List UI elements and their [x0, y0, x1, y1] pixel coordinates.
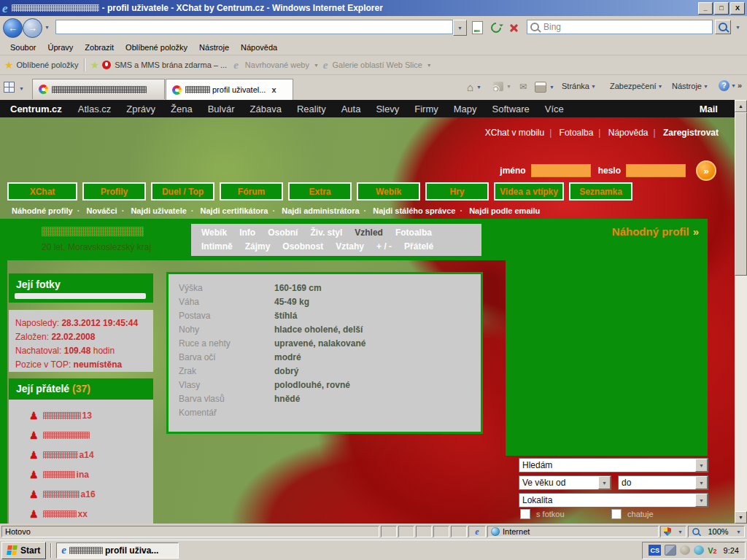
tab-fotoalba[interactable]: Fotoalba: [395, 228, 432, 238]
volume-icon[interactable]: [680, 545, 690, 555]
portal-link[interactable]: Reality: [297, 104, 326, 114]
subnav-link[interactable]: Najdi podle emailu: [469, 206, 540, 215]
subnav-link[interactable]: Nováčci: [86, 206, 117, 215]
refresh-button[interactable]: [489, 19, 503, 36]
subnav-link[interactable]: Najdi certifikátora: [201, 206, 268, 215]
portal-mail-link[interactable]: Mail: [700, 104, 718, 114]
chevron-down-icon[interactable]: ▼: [314, 63, 319, 68]
start-button[interactable]: Start: [1, 542, 46, 559]
locality-select[interactable]: Lokalita ▼: [519, 493, 708, 508]
portal-link[interactable]: Firmy: [414, 104, 438, 114]
menu-napoveda[interactable]: Nápověda: [235, 42, 283, 53]
seeking-select[interactable]: Hledám ▼: [519, 458, 708, 472]
link-xchat-v-mobilu[interactable]: XChat v mobilu: [485, 128, 544, 138]
scroll-down-button[interactable]: ▼: [735, 511, 747, 524]
chevron-down-icon[interactable]: ▼: [427, 63, 432, 68]
nav-videa-a-vtipky[interactable]: Videa a vtípky: [494, 182, 564, 201]
tab-plus-minus[interactable]: + / -: [376, 241, 392, 252]
scrollbar-thumb[interactable]: [735, 112, 747, 276]
address-dropdown-button[interactable]: ▼: [453, 20, 467, 36]
nav-webik[interactable]: Webík: [357, 182, 420, 201]
tab-ziv-styl[interactable]: Živ. styl: [310, 228, 342, 238]
portal-link[interactable]: Více: [545, 104, 564, 114]
nav-hry[interactable]: Hry: [425, 182, 489, 201]
tab-zajmy[interactable]: Zájmy: [245, 241, 271, 252]
tab-vztahy[interactable]: Vztahy: [336, 241, 364, 252]
random-profile-link[interactable]: Náhodný profil»: [612, 225, 699, 238]
read-mail-button[interactable]: ✉: [519, 82, 527, 92]
age-to-select[interactable]: do ▼: [618, 475, 708, 490]
portal-link[interactable]: Slevy: [376, 104, 399, 114]
age-from-select[interactable]: Ve věku od ▼: [519, 475, 611, 490]
home-button[interactable]: ⌂▼: [467, 81, 481, 93]
password-input[interactable]: [626, 164, 686, 177]
menu-oblibene[interactable]: Oblíbené položky: [120, 42, 193, 53]
portal-link[interactable]: Žena: [171, 104, 193, 114]
search-options-dropdown[interactable]: ▼: [735, 25, 740, 30]
portal-link[interactable]: Zprávy: [126, 104, 155, 114]
compatibility-view-button[interactable]: [470, 19, 485, 36]
nav-extra[interactable]: Extra: [288, 182, 352, 201]
nav-xchat[interactable]: XChat: [7, 182, 77, 201]
quick-tabs-button[interactable]: [4, 82, 15, 93]
friend-item[interactable]: ♟xx: [29, 504, 153, 524]
friend-item[interactable]: ♟a16: [29, 484, 153, 504]
nav-seznamka[interactable]: Seznamka: [569, 182, 632, 201]
tab-vzhled-active[interactable]: Vzhled: [355, 228, 383, 238]
minimize-button[interactable]: _: [698, 2, 713, 15]
language-indicator[interactable]: CS: [649, 545, 661, 556]
menu-upravy[interactable]: Úpravy: [42, 42, 79, 53]
tab-osobnost[interactable]: Osobnost: [282, 241, 323, 252]
favorites-link-sms[interactable]: SMS a MMS brána zdarma – ...: [115, 61, 227, 69]
tab-osobni[interactable]: Osobní: [268, 228, 298, 238]
recent-pages-dropdown[interactable]: ▼: [44, 25, 50, 30]
tab-info[interactable]: Info: [239, 228, 255, 238]
stop-button[interactable]: [507, 19, 520, 36]
nav-profily[interactable]: Profily: [82, 182, 146, 201]
feeds-button[interactable]: ▼: [493, 82, 511, 91]
vertical-scrollbar[interactable]: ▲ ▼: [735, 100, 747, 524]
friend-item[interactable]: ♟a14: [29, 445, 153, 464]
portal-link[interactable]: Atlas.cz: [78, 104, 112, 114]
search-box[interactable]: Bing: [527, 20, 713, 34]
portal-link[interactable]: Mapy: [454, 104, 477, 114]
subnav-link[interactable]: Najdi stálého správce: [373, 206, 455, 215]
nav-forum[interactable]: Fórum: [220, 182, 283, 201]
forward-button[interactable]: →: [23, 18, 42, 38]
link-napoveda[interactable]: Nápověda: [608, 128, 649, 138]
login-submit-button[interactable]: »: [696, 160, 716, 181]
antivirus-tray-icon[interactable]: V2: [708, 546, 716, 555]
scroll-up-button[interactable]: ▲: [735, 100, 747, 112]
suggested-sites-link[interactable]: Navrhované weby: [245, 61, 309, 69]
friend-item[interactable]: ♟ina: [29, 464, 153, 484]
portal-link[interactable]: Auta: [341, 104, 361, 114]
taskbar-task-button[interactable]: e profil uživa...: [56, 542, 179, 559]
portal-brand[interactable]: Centrum.cz: [10, 104, 62, 114]
web-slice-link[interactable]: Galerie oblastí Web Slice: [333, 61, 422, 69]
menu-nastroje[interactable]: Nástroje: [193, 42, 235, 53]
portal-link[interactable]: Software: [492, 104, 530, 114]
menu-soubor[interactable]: Soubor: [4, 42, 42, 53]
back-button[interactable]: ←: [3, 18, 23, 38]
help-button[interactable]: ?▼: [719, 80, 736, 91]
restore-button[interactable]: □: [714, 2, 729, 15]
subnav-link[interactable]: Náhodné profily: [12, 206, 73, 215]
subnav-link[interactable]: Najdi administrátora: [282, 206, 359, 215]
subnav-link[interactable]: Najdi uživatele: [131, 206, 186, 215]
with-photo-checkbox[interactable]: [520, 509, 530, 519]
friend-item[interactable]: ♟: [29, 425, 153, 445]
tab-webik[interactable]: Webík: [201, 228, 227, 238]
nav-duel-top[interactable]: Duel / Top: [151, 182, 214, 201]
app-tray-icon[interactable]: [694, 545, 704, 555]
friend-item[interactable]: ♟13: [29, 405, 153, 425]
tools-menu-button[interactable]: Nástroje▼: [672, 82, 708, 90]
favorites-button[interactable]: Oblíbené položky: [17, 61, 79, 69]
tab-pratele[interactable]: Přátelé: [404, 241, 433, 252]
username-input[interactable]: [531, 164, 591, 177]
menu-zobrazit[interactable]: Zobrazit: [79, 42, 120, 53]
search-go-button[interactable]: [715, 20, 731, 34]
address-input[interactable]: [55, 20, 453, 34]
link-zaregistrovat[interactable]: Zaregistrovat: [663, 128, 719, 138]
protected-mode-pane[interactable]: ▼: [660, 526, 686, 537]
browser-tab-2-active[interactable]: profil uživatel... x: [166, 79, 293, 100]
